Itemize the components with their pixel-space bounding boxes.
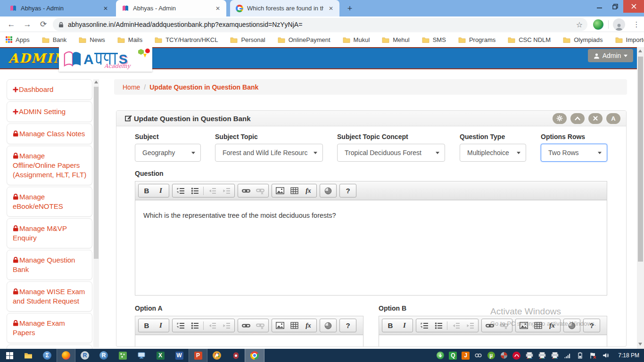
- outdent-button[interactable]: [205, 320, 219, 331]
- unlink-button[interactable]: [253, 320, 267, 331]
- sidebar-item-mvp-enquiry[interactable]: Manage M&VP Enquiry: [7, 218, 92, 248]
- file-explorer-button[interactable]: [19, 349, 38, 362]
- bookmark-apps[interactable]: Apps: [6, 36, 30, 43]
- window-restore-button[interactable]: [607, 0, 623, 13]
- window-minimize-button[interactable]: [591, 0, 607, 13]
- question-editor-content[interactable]: Which is the representative tree of the …: [135, 200, 607, 219]
- bookmark-star-icon[interactable]: ☆: [576, 20, 583, 29]
- bookmark-item[interactable]: News: [79, 36, 105, 43]
- chrome-button[interactable]: [245, 349, 264, 362]
- option-b-editor-content[interactable]: [379, 335, 607, 346]
- close-panel-button[interactable]: [588, 113, 603, 124]
- bookmark-item[interactable]: Mehul: [382, 36, 409, 43]
- close-icon[interactable]: ✕: [214, 5, 222, 12]
- page-scrollbar[interactable]: [637, 47, 644, 349]
- scroll-up-icon[interactable]: [638, 49, 642, 52]
- pinwheel-tray-icon[interactable]: [500, 352, 508, 360]
- subject-topic-concept-select[interactable]: Tropical Deciduous Forest: [337, 144, 445, 162]
- bookmark-item[interactable]: Olympiads: [563, 36, 603, 43]
- unlink-button[interactable]: [497, 320, 511, 331]
- q-tray-icon[interactable]: Q: [449, 352, 457, 360]
- sidebar-item-ebook-enotes[interactable]: Manage eBook/eNOTES: [7, 187, 92, 217]
- browser-tab-3[interactable]: Which forests are found in the nc ✕: [230, 0, 339, 16]
- bold-button[interactable]: B: [140, 320, 154, 331]
- question-type-select[interactable]: Multiplechoice: [460, 144, 526, 162]
- green-app-button[interactable]: [113, 349, 132, 362]
- scrollbar-thumb[interactable]: [94, 87, 99, 259]
- image-button[interactable]: [517, 320, 531, 331]
- options-rows-select[interactable]: Two Rows: [541, 144, 607, 162]
- unlink-button[interactable]: [253, 185, 267, 197]
- option-a-editor-content[interactable]: [135, 335, 363, 346]
- breadcrumb-home-link[interactable]: Home: [123, 83, 140, 91]
- start-button[interactable]: [0, 349, 19, 362]
- printer-tray-icon-3[interactable]: [551, 352, 559, 360]
- word-button[interactable]: W: [170, 349, 189, 362]
- link-tray-icon[interactable]: [474, 352, 482, 360]
- sidebar-item-exam-papers[interactable]: Manage Exam Papers: [7, 313, 92, 343]
- help-button[interactable]: ?: [585, 320, 599, 331]
- profile-avatar[interactable]: [613, 18, 625, 31]
- java-tray-icon[interactable]: J: [462, 352, 470, 360]
- rstudio-button[interactable]: R: [94, 349, 113, 362]
- powerpoint-button[interactable]: P: [189, 349, 207, 362]
- swirl-app-button[interactable]: [226, 349, 245, 362]
- battery-tray-icon[interactable]: [576, 352, 584, 360]
- numbered-list-button[interactable]: [173, 320, 188, 331]
- signal-tray-icon[interactable]: [563, 352, 571, 360]
- pie-button[interactable]: [565, 320, 579, 331]
- indent-button[interactable]: [219, 185, 233, 197]
- pie-button[interactable]: [321, 185, 335, 197]
- window-close-button[interactable]: [623, 0, 644, 13]
- collapse-button[interactable]: [570, 113, 585, 124]
- bookmark-item[interactable]: CSC NDLM: [508, 36, 551, 43]
- bookmark-item[interactable]: Bank: [42, 36, 67, 43]
- italic-button[interactable]: I: [154, 320, 168, 331]
- link-button[interactable]: [239, 185, 253, 197]
- screen-share-button[interactable]: [132, 349, 151, 362]
- network-flag-tray-icon[interactable]: [589, 352, 597, 360]
- utorrent-tray-icon[interactable]: µ: [487, 352, 495, 360]
- idm-tray-icon[interactable]: [436, 352, 444, 360]
- subject-topic-select[interactable]: Forest and Wild Life Resourc: [215, 144, 323, 162]
- scrollbar-thumb[interactable]: [638, 57, 643, 262]
- scroll-up-icon[interactable]: [94, 81, 98, 83]
- close-icon[interactable]: ✕: [102, 5, 109, 12]
- forward-button[interactable]: →: [21, 18, 34, 31]
- paint-app-button[interactable]: [207, 349, 226, 362]
- volume-tray-icon[interactable]: [602, 352, 610, 360]
- browser-tab-1[interactable]: Abhyas - Admin ✕: [4, 0, 114, 16]
- site-logo[interactable]: A S Academy: [59, 47, 152, 72]
- settings-button[interactable]: [553, 113, 567, 124]
- sidebar-item-admin-setting[interactable]: ADMIN Setting: [7, 101, 92, 122]
- admin-user-dropdown[interactable]: Admin: [588, 49, 633, 62]
- bookmark-item[interactable]: Mukul: [343, 36, 370, 43]
- r-app-button[interactable]: R: [75, 349, 94, 362]
- bullet-list-button[interactable]: [431, 320, 446, 331]
- bold-button[interactable]: B: [140, 185, 154, 197]
- math-button[interactable]: fx: [545, 320, 559, 331]
- bookmark-item[interactable]: TCY/Hartron/HKCL: [155, 36, 218, 43]
- browser-menu-icon[interactable]: ⋮: [631, 18, 642, 31]
- close-icon[interactable]: ✕: [327, 5, 335, 12]
- bookmark-item[interactable]: Mails: [117, 36, 142, 43]
- indent-button[interactable]: [219, 320, 233, 331]
- image-button[interactable]: [273, 185, 287, 197]
- address-bar[interactable]: abhyasonline.in/AdminHead/addquestionban…: [53, 18, 587, 31]
- browser-tab-2-active[interactable]: Abhyas - Admin ✕: [116, 0, 226, 16]
- excel-button[interactable]: X: [151, 349, 170, 362]
- firefox-button[interactable]: [57, 349, 75, 362]
- math-button[interactable]: fx: [301, 185, 315, 197]
- idm-extension-icon[interactable]: [593, 19, 603, 30]
- italic-button[interactable]: I: [154, 185, 168, 197]
- math-button[interactable]: fx: [301, 320, 315, 331]
- link-button[interactable]: [239, 320, 253, 331]
- sidebar-item-class-notes[interactable]: Manage Class Notes: [7, 123, 92, 144]
- refresh-button[interactable]: ⟳: [37, 18, 50, 31]
- printer-tray-icon-2[interactable]: [538, 352, 546, 360]
- bookmark-item[interactable]: Imported: [615, 36, 644, 43]
- numbered-list-button[interactable]: [173, 185, 188, 197]
- bold-button[interactable]: B: [383, 320, 397, 331]
- font-button[interactable]: A: [606, 113, 620, 124]
- subject-select[interactable]: Geography: [135, 144, 201, 162]
